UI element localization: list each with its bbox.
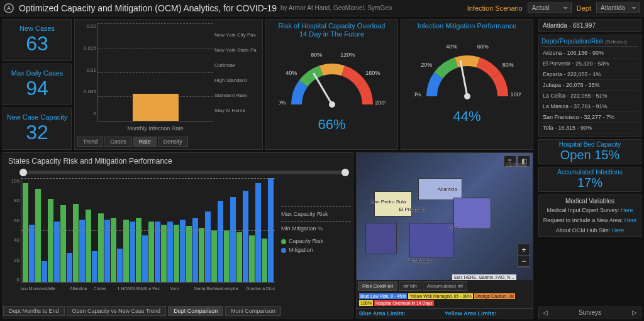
bed-value: Open 15% <box>540 148 640 162</box>
slider-handle-left[interactable] <box>19 169 27 176</box>
bar-risk[interactable] <box>35 189 41 283</box>
bar-mitigation[interactable] <box>243 191 248 282</box>
dept-list-item[interactable]: El Porvenir - 25,320 - 53% <box>541 59 638 69</box>
rate-ytick: 0.015 <box>79 45 96 51</box>
dept-list-item[interactable]: Jutiapa - 20,078 - 35% <box>541 80 638 91</box>
svg-line-0 <box>313 73 332 104</box>
bottom-tab[interactable]: Dept Months to End <box>3 306 65 316</box>
bar-risk[interactable] <box>98 213 104 282</box>
slider-handle-right[interactable] <box>341 169 349 176</box>
bar-risk[interactable] <box>48 199 53 282</box>
bar-xlabel: 1 HONDURAS <box>118 286 147 291</box>
bar-mitigation[interactable] <box>205 211 211 282</box>
map-tab[interactable]: Accumulated Inf <box>423 281 467 291</box>
hospital-bed-stat: Hospital Bed Capacity Open 15% <box>538 139 641 164</box>
rate-tab-trend[interactable]: Trend <box>77 137 103 147</box>
bar-risk[interactable] <box>224 230 230 283</box>
bar-xlabel: Valle <box>46 286 55 291</box>
selector-sub: (Selector) <box>605 39 627 45</box>
bar-risk[interactable] <box>136 218 142 282</box>
map-tab[interactable]: Inf Mit <box>399 281 421 291</box>
bar-risk[interactable] <box>148 222 154 282</box>
range-slider[interactable] <box>22 171 347 174</box>
svg-text:0%: 0% <box>414 91 421 98</box>
bar-mitigation[interactable] <box>218 201 223 282</box>
bar-mitigation[interactable] <box>29 225 35 282</box>
dept-list-item[interactable]: La Ceiba - 222,055 - 51% <box>541 91 638 101</box>
bar-plot-area <box>21 178 275 283</box>
zoom-out-button[interactable]: − <box>518 256 530 267</box>
bar-risk[interactable] <box>262 239 267 282</box>
map-canvas[interactable]: ≡ ◧ La Ceiba Atlantida San Pedro Sula El… <box>357 153 533 280</box>
med-link-2[interactable]: Here <box>625 217 637 223</box>
svg-text:40%: 40% <box>446 43 457 50</box>
bar-xlabel: Cortes <box>94 286 107 291</box>
bar-mitigation[interactable] <box>255 183 261 282</box>
map-tab[interactable]: Risk Cold/Hot <box>358 281 397 291</box>
med-link-3[interactable]: Here <box>612 227 625 234</box>
dept-list-item[interactable]: La Masica - 37,761 - 91% <box>541 101 638 112</box>
bar-mitigation[interactable] <box>180 220 186 282</box>
bar-risk[interactable] <box>60 205 66 282</box>
bar-risk[interactable] <box>161 225 167 282</box>
bar-risk[interactable] <box>249 235 255 282</box>
rate-ytick: 0.01 <box>79 67 96 73</box>
bar-mitigation[interactable] <box>117 249 123 282</box>
zoom-in-button[interactable]: + <box>518 244 530 256</box>
bar-risk[interactable] <box>211 230 217 283</box>
bar-mitigation[interactable] <box>42 261 47 282</box>
yellow-limits-label: Yellow Area Limits: <box>445 310 530 317</box>
dept-select[interactable]: Atlantida <box>596 3 640 13</box>
gauge-risk-panel: Risk of Hospital Capacity Overload 14 Da… <box>265 19 398 150</box>
rate-tab-density[interactable]: Density <box>158 137 188 147</box>
chevron-left-icon[interactable]: ◁ <box>543 309 548 316</box>
bar-mitigation[interactable] <box>230 197 236 282</box>
dept-list-item[interactable]: Tela - 16,315 - 90% <box>541 123 638 133</box>
bar-risk[interactable] <box>86 210 91 283</box>
bar-risk[interactable] <box>23 183 28 282</box>
bar-xlabel: Yoro <box>170 286 179 291</box>
bar-risk[interactable] <box>111 218 116 282</box>
bottom-tab[interactable]: Open Capacity vs New Case Trend <box>67 306 167 316</box>
bar-risk[interactable] <box>174 225 179 282</box>
rate-tab-rate[interactable]: Rate <box>133 137 157 147</box>
bar-risk[interactable] <box>186 226 192 282</box>
bar-mitigation[interactable] <box>54 222 60 282</box>
surveys-nav[interactable]: ◁ Surveys ▷ <box>538 307 641 318</box>
bottom-tab[interactable]: Muni Comparison <box>225 306 281 316</box>
bar-xlabel: Lempira <box>222 286 238 291</box>
dept-list-item[interactable]: Arizona - 106,136 - 90% <box>541 48 638 59</box>
bar-ytick: 0 <box>6 277 19 283</box>
bar-mitigation[interactable] <box>92 251 97 283</box>
scenario-select[interactable]: Actual <box>528 3 572 13</box>
rate-tab-cases[interactable]: Cases <box>104 137 132 147</box>
bar-risk[interactable] <box>123 220 129 282</box>
bottom-tab[interactable]: Dept Comparison <box>168 306 223 316</box>
bar-risk[interactable] <box>73 204 79 282</box>
bed-label: Hospital Bed Capacity <box>540 141 640 148</box>
bar-mitigation[interactable] <box>104 220 110 282</box>
top-bar: A Optimized Capacity and Mitigation (OCM… <box>0 0 644 16</box>
med-line1: Medical Input Expert Survey: <box>547 207 619 213</box>
acc-value: 17% <box>540 176 640 190</box>
bar-mitigation[interactable] <box>142 235 148 282</box>
bar-ytick: 40 <box>6 237 19 243</box>
bar-mitigation[interactable] <box>192 218 198 282</box>
bar-risk[interactable] <box>236 232 242 282</box>
accum-infections-stat: Accumulated Infections 17% <box>538 167 641 192</box>
kpi-capacity-value: 32 <box>26 121 48 144</box>
med-link-1[interactable]: Here <box>621 207 633 213</box>
med-line2: Request to Include a New Area: <box>543 217 623 223</box>
bar-mitigation[interactable] <box>79 220 85 282</box>
bar-ref1: Max Capacity Risk <box>281 211 350 217</box>
kpi-capacity-label: New Case Capacity <box>7 113 68 121</box>
bar-mitigation[interactable] <box>155 222 160 282</box>
kpi-max-daily: Max Daily Cases 94 <box>3 64 72 106</box>
dept-list-item[interactable]: San Francisco - 32,277 - 7% <box>541 112 638 123</box>
dept-list-item[interactable]: Esparta - 222,055 - 1% <box>541 69 638 80</box>
chevron-right-icon[interactable]: ▷ <box>632 309 637 316</box>
bar-mitigation[interactable] <box>130 222 135 282</box>
bar-mitigation[interactable] <box>167 222 173 282</box>
bar-risk[interactable] <box>199 228 204 282</box>
bar-mitigation[interactable] <box>67 253 72 282</box>
